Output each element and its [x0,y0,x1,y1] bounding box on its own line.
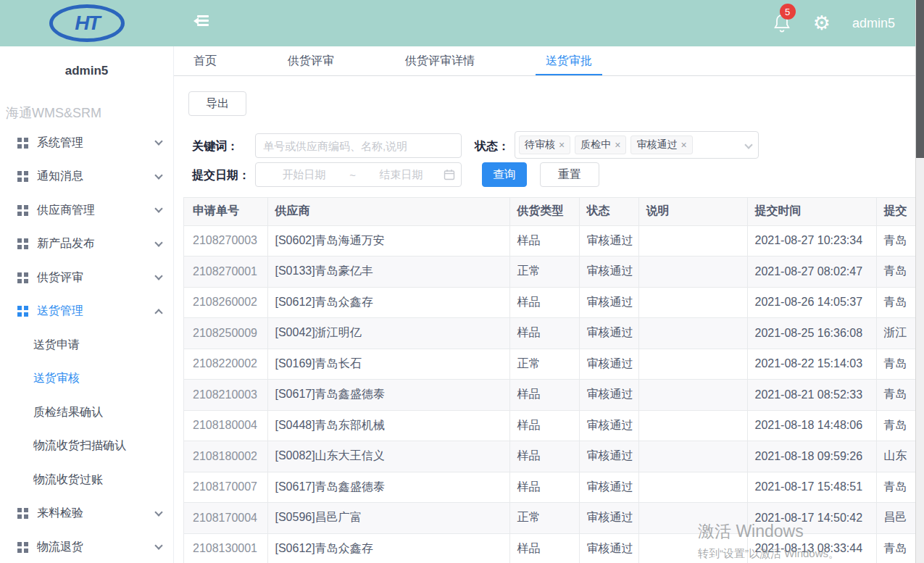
sidebar-item-supply-review[interactable]: 供货评审 [0,261,173,295]
table-row[interactable]: 2108170004 [S0596]昌邑广富 正常 审核通过 2021-08-1… [184,503,915,534]
tab[interactable]: 供货评审 [278,46,344,75]
cell-status: 审核通过 [579,533,638,563]
scrollbar-thumb[interactable] [916,0,924,158]
sidebar-item-system-mgmt[interactable]: 系统管理 [0,126,173,160]
cell-status: 审核通过 [579,318,638,349]
table-row[interactable]: 2108180004 [S0448]青岛东部机械 样品 审核通过 2021-08… [184,410,915,441]
table-row[interactable]: 2108270001 [S0133]青岛豪亿丰 正常 审核通过 2021-08-… [184,257,915,288]
sidebar-subitem-delivery-apply[interactable]: 送货申请 [0,328,173,362]
keyword-label: 关键词： [192,139,238,154]
cell-submit-time: 2021-08-17 15:48:51 [747,472,876,503]
grid-icon [17,508,28,519]
header-username[interactable]: admin5 [852,16,895,31]
tag-close-icon[interactable]: × [559,139,565,151]
menu-collapse-icon[interactable] [190,15,209,31]
cell-submit-origin: 山东 [876,441,915,472]
cell-status: 审核通过 [579,472,638,503]
sidebar-menu: 系统管理 通知消息 供应商管理 新产品发布 供货评审 [0,126,173,563]
cell-note [638,441,747,472]
table-header-cell: 提交 [876,198,915,225]
cell-note [638,349,747,380]
status-tag[interactable]: 待审核 × [519,135,570,154]
date-end-placeholder: 结束日期 [359,168,444,182]
sidebar-subitem-delivery-audit[interactable]: 送货审核 [0,362,173,396]
grid-icon [17,306,28,317]
table-row[interactable]: 2108180002 [S0082]山东大王信义 样品 审核通过 2021-08… [184,441,915,472]
tag-close-icon[interactable]: × [615,139,620,151]
table-header-cell: 申请单号 [184,198,267,225]
cell-submit-origin: 青岛 [876,257,915,288]
company-logo[interactable]: HT [49,4,125,42]
grid-icon [17,138,28,149]
sidebar-subitem-qc-confirm[interactable]: 质检结果确认 [0,396,173,430]
tag-close-icon[interactable]: × [680,139,686,151]
chevron-up-icon [154,309,162,317]
cell-supply-type: 样品 [509,225,579,257]
table-row[interactable]: 2108130001 [S0612]青岛众鑫存 样品 审核通过 2021-08-… [184,533,915,563]
table-row[interactable]: 2108170007 [S0617]青岛鑫盛德泰 样品 审核通过 2021-08… [184,472,915,503]
sidebar-system-label: 海通WMS&SRM [6,104,173,122]
results-table: 申请单号供应商供货类型状态说明提交时间提交 2108270003 [S0602]… [183,197,915,563]
sidebar-item-incoming-inspection[interactable]: 来料检验 [0,497,173,531]
settings-gear-icon[interactable]: ⚙ [813,14,831,33]
sidebar-subitem-logistics-scan[interactable]: 物流收货扫描确认 [0,430,173,464]
tab[interactable]: 送货审批 [536,46,602,75]
table-header-cell: 说明 [638,198,747,225]
sidebar-item-supplier-mgmt[interactable]: 供应商管理 [0,193,173,228]
cell-submit-origin: 青岛 [876,472,915,503]
status-tag[interactable]: 审核通过 × [630,135,692,154]
reset-button[interactable]: 重置 [540,162,599,187]
sidebar-item-notifications[interactable]: 通知消息 [0,160,173,194]
cell-status: 审核通过 [579,410,638,441]
cell-submit-time: 2021-08-27 10:23:34 [747,225,876,257]
search-button[interactable]: 查询 [482,162,527,187]
cell-submit-origin: 青岛 [876,410,915,441]
cell-note [638,533,747,563]
cell-supply-type: 正常 [509,257,579,288]
keyword-input[interactable] [255,133,462,158]
sidebar-username: admin5 [0,64,173,78]
chevron-down-icon [744,141,752,149]
cell-note [638,380,747,411]
cell-submit-origin: 青岛 [876,287,915,318]
date-range-input[interactable]: 开始日期 ~ 结束日期 [255,162,462,187]
table-row[interactable]: 2108220002 [S0169]青岛长石 正常 审核通过 2021-08-2… [184,349,915,380]
cell-supplier: [S0133]青岛豪亿丰 [267,257,509,288]
cell-submit-time: 2021-08-25 16:36:08 [747,318,876,349]
grid-icon [17,238,28,249]
cell-supply-type: 样品 [509,318,579,349]
cell-order-no: 2108260002 [184,287,267,318]
cell-supplier: [S0082]山东大王信义 [267,441,509,472]
sidebar-subitem-logistics-posting[interactable]: 物流收货过账 [0,463,173,497]
cell-order-no: 2108270001 [184,257,267,288]
cell-submit-origin: 青岛 [876,380,915,411]
sidebar-item-delivery-mgmt[interactable]: 送货管理 [0,295,173,329]
status-multiselect[interactable]: 待审核 × 质检中 × 审核通过 × [515,131,759,159]
sidebar-item-new-product[interactable]: 新产品发布 [0,228,173,262]
chevron-down-icon [154,205,162,213]
cell-order-no: 2108180002 [184,441,267,472]
cell-submit-time: 2021-08-13 08:33:44 [747,533,876,563]
chevron-down-icon [154,272,162,280]
table-row[interactable]: 2108210003 [S0617]青岛鑫盛德泰 样品 审核通过 2021-08… [184,380,915,411]
sidebar-item-logistics-return[interactable]: 物流退货 [0,530,173,563]
cell-supply-type: 样品 [509,287,579,318]
cell-note [638,257,747,288]
cell-submit-origin: 青岛 [876,349,915,380]
cell-status: 审核通过 [579,349,638,380]
export-button[interactable]: 导出 [188,91,246,116]
window-scrollbar[interactable] [915,0,924,563]
tab[interactable]: 供货评审详情 [395,46,485,75]
notifications-button[interactable]: 5 [773,12,791,34]
cell-supplier: [S0612]青岛众鑫存 [267,287,509,318]
table-row[interactable]: 2108260002 [S0612]青岛众鑫存 样品 审核通过 2021-08-… [184,287,915,318]
tab[interactable]: 首页 [183,46,227,75]
cell-note [638,503,747,534]
grid-icon [17,542,28,553]
chevron-down-icon [154,138,162,146]
table-row[interactable]: 2108270003 [S0602]青岛海通万安 样品 审核通过 2021-08… [184,225,915,257]
cell-submit-origin: 昌邑 [876,503,915,534]
table-row[interactable]: 2108250009 [S0042]浙江明亿 样品 审核通过 2021-08-2… [184,318,915,349]
table-body: 2108270003 [S0602]青岛海通万安 样品 审核通过 2021-08… [184,225,915,563]
status-tag[interactable]: 质检中 × [575,135,626,154]
